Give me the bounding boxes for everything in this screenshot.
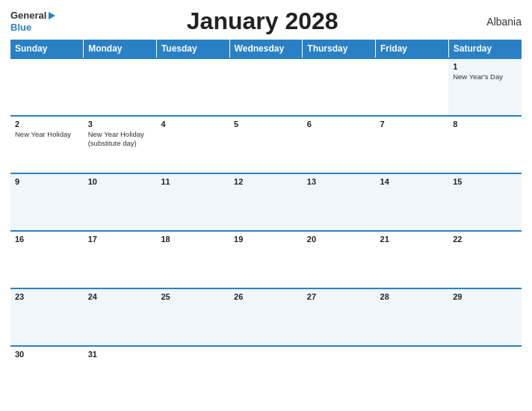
day-number: 19 [234,235,298,244]
logo: General Blue [10,10,55,33]
calendar-cell: 29 [448,288,522,346]
calendar-cell: 7 [376,116,449,173]
day-number: 29 [453,292,517,301]
calendar-cell: 31 [84,346,157,404]
holiday-label: New Year Holiday [15,130,79,139]
day-number: 9 [15,177,79,186]
day-number: 6 [307,120,371,129]
calendar-title: January 2028 [55,7,469,35]
calendar-cell [376,58,449,116]
calendar-cell: 1New Year's Day [448,58,522,116]
calendar-cell: 14 [376,173,449,231]
calendar-week-row: 23242526272829 [10,288,522,346]
weekday-header-row: Sunday Monday Tuesday Wednesday Thursday… [10,40,522,58]
header-monday: Monday [84,40,157,58]
day-number: 2 [15,120,79,129]
calendar-header: General Blue January 2028 Albania [10,7,522,35]
day-number: 11 [161,177,225,186]
calendar-cell: 3New Year Holiday (substitute day) [84,116,157,173]
calendar-cell [303,346,376,404]
calendar-cell [376,346,449,404]
calendar-cell: 19 [229,231,303,288]
calendar-cell: 28 [376,288,449,346]
calendar-cell: 12 [229,173,303,231]
day-number: 3 [88,120,152,129]
day-number: 24 [88,292,152,301]
day-number: 26 [234,292,298,301]
calendar-week-row: 3031 [10,346,522,404]
day-number: 17 [88,235,152,244]
calendar-cell: 8 [448,116,522,173]
header-sunday: Sunday [10,40,84,58]
calendar-cell: 11 [156,173,229,231]
day-number: 10 [88,177,152,186]
day-number: 30 [15,350,79,359]
calendar-week-row: 2New Year Holiday3New Year Holiday (subs… [10,116,522,173]
day-number: 15 [453,177,517,186]
header-wednesday: Wednesday [229,40,303,58]
calendar-week-row: 9101112131415 [10,173,522,231]
calendar-cell: 5 [229,116,303,173]
calendar-cell: 24 [84,288,157,346]
calendar-cell: 20 [303,231,376,288]
calendar-cell: 13 [303,173,376,231]
calendar-cell: 2New Year Holiday [10,116,84,173]
day-number: 31 [88,350,152,359]
calendar-cell: 18 [156,231,229,288]
calendar-cell [229,346,303,404]
day-number: 22 [453,235,517,244]
holiday-label: New Year Holiday (substitute day) [88,130,152,149]
header-thursday: Thursday [303,40,376,58]
calendar-cell: 10 [84,173,157,231]
day-number: 20 [307,235,371,244]
calendar-cell: 21 [376,231,449,288]
calendar-week-row: 16171819202122 [10,231,522,288]
calendar-cell: 23 [10,288,84,346]
day-number: 16 [15,235,79,244]
header-saturday: Saturday [448,40,522,58]
day-number: 25 [161,292,225,301]
calendar-cell: 6 [303,116,376,173]
calendar-cell: 4 [156,116,229,173]
logo-blue-text: Blue [10,22,31,34]
day-number: 21 [380,235,445,244]
calendar-page: General Blue January 2028 Albania Sunday… [0,0,532,411]
day-number: 14 [380,177,445,186]
day-number: 13 [307,177,371,186]
header-tuesday: Tuesday [156,40,229,58]
calendar-week-row: 1New Year's Day [10,58,522,116]
calendar-cell: 22 [448,231,522,288]
calendar-cell: 27 [303,288,376,346]
country-label: Albania [469,16,522,28]
calendar-cell [156,346,229,404]
calendar-cell: 26 [229,288,303,346]
logo-general-text: General [10,10,46,22]
day-number: 18 [161,235,225,244]
calendar-cell [448,346,522,404]
header-friday: Friday [376,40,449,58]
day-number: 1 [453,62,517,71]
calendar-table: Sunday Monday Tuesday Wednesday Thursday… [10,40,522,404]
calendar-cell: 15 [448,173,522,231]
day-number: 27 [307,292,371,301]
logo-arrow-icon [49,12,55,19]
calendar-cell: 25 [156,288,229,346]
calendar-cell: 30 [10,346,84,404]
day-number: 5 [234,120,298,129]
day-number: 28 [380,292,445,301]
calendar-cell: 9 [10,173,84,231]
calendar-cell [84,58,157,116]
day-number: 23 [15,292,79,301]
calendar-cell: 16 [10,231,84,288]
calendar-cell [303,58,376,116]
day-number: 8 [453,120,517,129]
calendar-body: 1New Year's Day2New Year Holiday3New Yea… [10,58,522,404]
calendar-cell [156,58,229,116]
day-number: 7 [380,120,445,129]
calendar-cell: 17 [84,231,157,288]
day-number: 4 [161,120,225,129]
calendar-cell [10,58,84,116]
day-number: 12 [234,177,298,186]
calendar-cell [229,58,303,116]
holiday-label: New Year's Day [453,72,517,81]
